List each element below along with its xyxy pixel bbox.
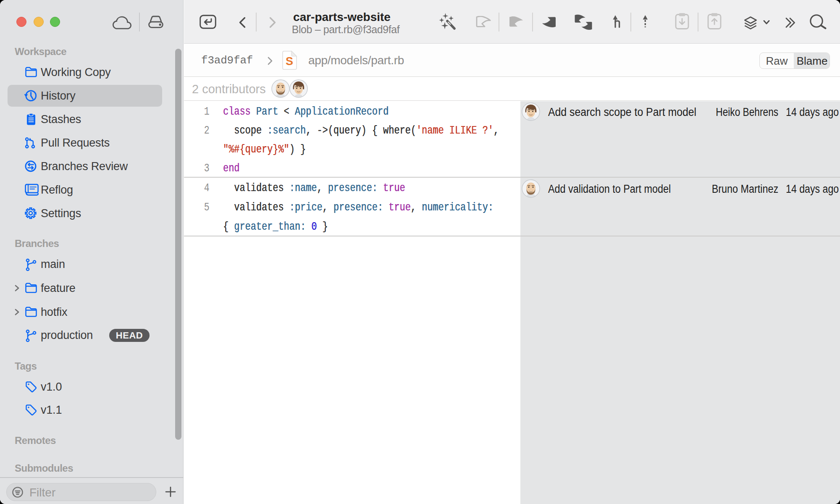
svg-text:S: S [286, 55, 293, 68]
